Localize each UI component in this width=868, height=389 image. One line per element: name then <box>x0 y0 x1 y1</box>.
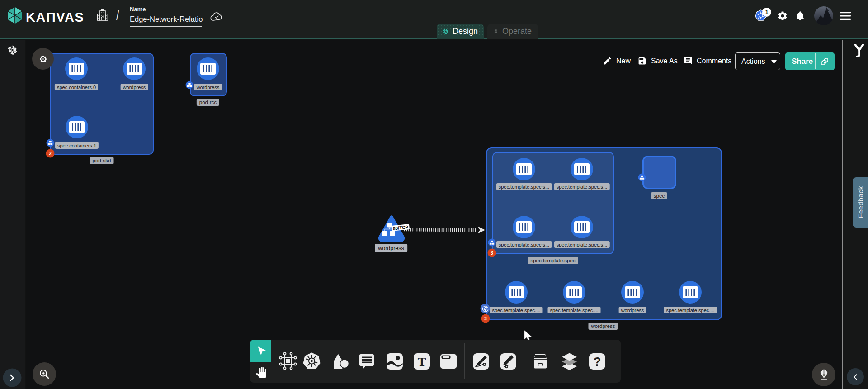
svg-text:?: ? <box>594 355 601 369</box>
svg-text:T: T <box>418 355 426 369</box>
